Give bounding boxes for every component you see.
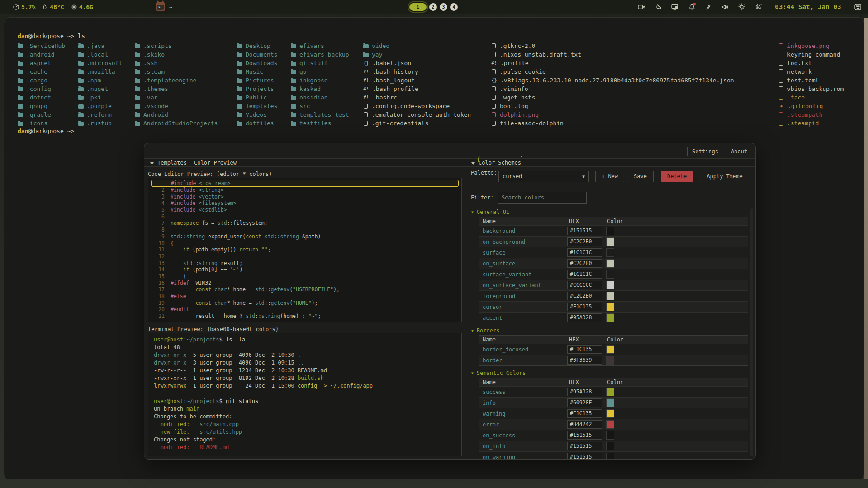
settings-button[interactable]: Settings [687,147,723,156]
color-swatch[interactable] [606,431,614,440]
line-number: 5 [151,207,165,213]
file-name: video [372,43,389,49]
color-swatch[interactable] [606,313,614,322]
file-name: src [299,103,310,109]
code-token: (path[ [190,266,211,273]
section-title[interactable]: ▼General UI [471,208,748,216]
notifications-icon[interactable] [688,3,696,11]
file-entry: boot.log [491,102,734,110]
color-cell [603,387,748,397]
flames-icon[interactable] [654,3,662,11]
volume-icon[interactable] [721,3,729,11]
file-name: .themes [143,85,168,92]
screen-record-icon[interactable] [637,3,645,11]
line-number: 18 [151,293,165,299]
hex-input[interactable]: #E1C135 [567,409,602,418]
workspace-3[interactable]: 3 [440,3,447,11]
tab-templates[interactable]: Templates [157,160,187,166]
tab-color-preview[interactable]: Color Preview [194,160,237,166]
night-light-off-icon[interactable] [754,3,763,11]
hex-input[interactable]: #C2C2B0 [567,292,602,300]
about-button[interactable]: About [726,147,752,156]
hex-input[interactable]: #C2C2B0 [567,259,602,268]
hex-input[interactable]: #151515 [567,442,602,450]
color-swatch[interactable] [606,420,614,429]
save-button[interactable]: Save [627,171,654,182]
color-name: border [479,357,565,364]
file-icon [779,112,783,117]
hex-input[interactable]: #B44242 [567,420,602,429]
color-swatch[interactable] [606,259,614,268]
hex-input[interactable]: #1C1C1C [567,270,602,279]
workspace-2[interactable]: 2 [429,3,437,11]
palette-select[interactable]: cursed ▼ [498,171,589,182]
hex-input[interactable]: #60928F [567,398,602,407]
file-entry: obsidian [291,93,349,102]
color-swatch[interactable] [606,270,614,279]
color-swatch[interactable] [606,442,614,450]
tray-owl-icon[interactable] [854,3,862,11]
file-name: .vscode [143,103,168,109]
hex-input[interactable]: #1C1C1C [567,248,602,257]
hex-cell: #1C1C1C [565,247,603,258]
collapse-funnel-icon[interactable] [471,161,475,165]
code-token: string [186,233,205,240]
folder-icon [237,96,242,100]
color-swatch[interactable] [606,248,614,257]
hex-input[interactable]: #CCCCCC [567,281,602,289]
color-swatch[interactable] [606,303,614,311]
folder-icon [363,53,369,57]
pointer-disabled-icon[interactable] [704,3,712,11]
color-swatch[interactable] [606,398,614,407]
search-colors-input[interactable] [498,192,587,204]
screen-lock-icon[interactable] [671,3,679,11]
delete-button[interactable]: Delete [661,171,693,182]
hex-input[interactable]: #151515 [567,431,602,440]
color-swatch[interactable] [606,409,614,418]
terminal-token [154,429,160,435]
code-token: :: [192,260,199,266]
color-swatch[interactable] [606,227,614,235]
hex-input[interactable]: #E1C135 [567,303,602,311]
file-name: .nixos-unstab.draft.txt [500,51,581,58]
brightness-icon[interactable] [738,3,746,11]
color-swatch[interactable] [606,345,614,354]
taskbar-app[interactable]: >_ ~ [156,2,172,11]
file-name: .gtkrc-2.0 [500,43,535,49]
color-swatch[interactable] [606,388,614,396]
workspace-4[interactable]: 4 [450,3,458,11]
clock[interactable]: 03:44 Sat, Jan 03 [775,3,841,10]
code-token: :: [255,313,261,319]
file-entry: .wget-hsts [491,93,734,102]
color-row: on_surface#C2C2B0 [479,258,748,269]
file-name: dotfiles [246,120,274,127]
hex-input[interactable]: #151515 [567,227,602,235]
workspace-1[interactable]: 1 [409,3,427,11]
folder-icon [18,122,23,126]
color-swatch[interactable] [606,237,614,246]
color-row: on_background#C2C2B0 [479,236,748,247]
git-icon: ◆ [778,104,784,109]
apply-theme-button[interactable]: Apply Theme [700,171,749,182]
hex-input[interactable]: #95A328 [567,388,602,396]
hex-input[interactable]: #C2C2B0 [567,237,602,246]
code-token: #include [171,200,195,206]
file-entry: .skiko [135,50,218,59]
scrollbar[interactable] [750,208,753,456]
color-name: foreground [479,293,565,299]
color-swatch[interactable] [606,453,614,459]
hex-input[interactable]: #151515 [567,453,602,459]
hex-input[interactable]: #95A328 [567,313,602,322]
hex-input[interactable]: #3F3639 [567,356,602,365]
color-sections-scroll[interactable]: ▼General UINameHEXColorbackground#151515… [465,208,748,459]
section-title[interactable]: ▼Semantic Colors [471,370,748,377]
hex-input[interactable]: #E1C135 [567,345,602,354]
color-swatch[interactable] [606,281,614,289]
collapse-funnel-icon[interactable] [150,161,154,165]
file-name: .emulator_console_auth_token [372,111,471,118]
new-palette-button[interactable]: + New [595,171,624,182]
section-title[interactable]: ▼Borders [471,327,748,334]
color-cell [603,408,748,419]
color-swatch[interactable] [606,292,614,300]
color-swatch[interactable] [606,356,614,365]
